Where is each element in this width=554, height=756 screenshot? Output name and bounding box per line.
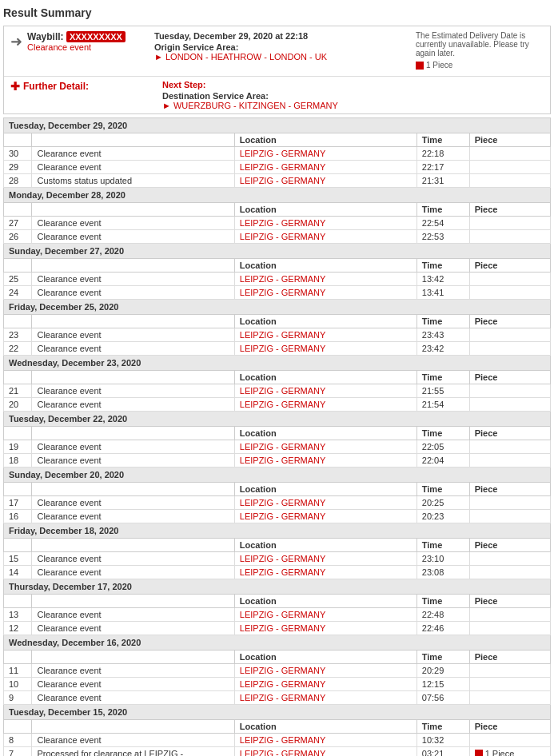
- row-piece: [469, 565, 550, 579]
- row-event: Clearance event: [32, 677, 234, 690]
- row-location: LEIPZIG - GERMANY: [234, 495, 416, 509]
- row-num: 15: [4, 551, 32, 565]
- row-num: 16: [4, 509, 32, 523]
- row-event: Clearance event: [32, 733, 234, 746]
- row-piece: [469, 440, 550, 453]
- col-header-row: LocationTimePiece: [4, 538, 551, 551]
- row-event: Clearance event: [32, 341, 234, 355]
- table-row: 17 Clearance event LEIPZIG - GERMANY 20:…: [4, 495, 551, 509]
- row-piece: [469, 733, 550, 746]
- row-piece: [469, 397, 550, 411]
- waybill-number: XXXXXXXXX: [66, 31, 126, 42]
- col-header-row: LocationTimePiece: [4, 482, 551, 495]
- red-cross-icon: ✚: [10, 80, 20, 93]
- row-num: 23: [4, 328, 32, 341]
- table-row: 9 Clearance event LEIPZIG - GERMANY 07:5…: [4, 690, 551, 704]
- row-piece: [469, 341, 550, 355]
- row-time: 03:21: [416, 746, 469, 756]
- row-location: LEIPZIG - GERMANY: [234, 690, 416, 704]
- row-num: 8: [4, 733, 32, 746]
- row-num: 20: [4, 397, 32, 411]
- table-row: 14 Clearance event LEIPZIG - GERMANY 23:…: [4, 565, 551, 579]
- row-event: Clearance event: [32, 607, 234, 621]
- table-row: 12 Clearance event LEIPZIG - GERMANY 22:…: [4, 621, 551, 635]
- waybill-label: Waybill:: [27, 31, 64, 42]
- row-time: 23:10: [416, 551, 469, 565]
- table-row: 24 Clearance event LEIPZIG - GERMANY 13:…: [4, 285, 551, 299]
- row-time: 21:55: [416, 384, 469, 397]
- table-row: 11 Clearance event LEIPZIG - GERMANY 20:…: [4, 663, 551, 677]
- row-num: 22: [4, 341, 32, 355]
- date-header-row: Sunday, December 27, 2020: [4, 243, 551, 258]
- row-num: 13: [4, 607, 32, 621]
- row-time: 22:48: [416, 607, 469, 621]
- row-time: 23:43: [416, 328, 469, 341]
- row-piece: [469, 146, 550, 160]
- row-event: Clearance event: [32, 160, 234, 173]
- col-header-row: LocationTimePiece: [4, 650, 551, 663]
- row-time: 22:18: [416, 146, 469, 160]
- row-time: 21:54: [416, 397, 469, 411]
- row-num: 25: [4, 272, 32, 285]
- row-location: LEIPZIG - GERMANY: [234, 397, 416, 411]
- row-piece: [469, 607, 550, 621]
- row-time: 20:23: [416, 509, 469, 523]
- table-row: 26 Clearance event LEIPZIG - GERMANY 22:…: [4, 229, 551, 243]
- table-row: 15 Clearance event LEIPZIG - GERMANY 23:…: [4, 551, 551, 565]
- table-row: 28 Customs status updated LEIPZIG - GERM…: [4, 173, 551, 187]
- row-event: Clearance event: [32, 509, 234, 523]
- row-time: 21:31: [416, 173, 469, 187]
- row-location: LEIPZIG - GERMANY: [234, 509, 416, 523]
- col-header-row: LocationTimePiece: [4, 426, 551, 440]
- date-header-row: Tuesday, December 15, 2020: [4, 704, 551, 719]
- origin-value[interactable]: ► LONDON - HEATHROW - LONDON - UK: [154, 52, 408, 62]
- row-location: LEIPZIG - GERMANY: [234, 621, 416, 635]
- row-location: LEIPZIG - GERMANY: [234, 160, 416, 173]
- table-row: 25 Clearance event LEIPZIG - GERMANY 13:…: [4, 272, 551, 285]
- row-event: Clearance event: [32, 621, 234, 635]
- row-time: 12:15: [416, 677, 469, 690]
- row-event: Clearance event: [32, 440, 234, 453]
- row-location: LEIPZIG - GERMANY: [234, 746, 416, 756]
- row-piece: [469, 621, 550, 635]
- row-event: Clearance event: [32, 272, 234, 285]
- table-row: 7 Processed for clearance at LEIPZIG - G…: [4, 746, 551, 756]
- table-row: 20 Clearance event LEIPZIG - GERMANY 21:…: [4, 397, 551, 411]
- table-row: 21 Clearance event LEIPZIG - GERMANY 21:…: [4, 384, 551, 397]
- row-num: 30: [4, 146, 32, 160]
- row-time: 20:25: [416, 495, 469, 509]
- row-time: 13:42: [416, 272, 469, 285]
- row-num: 21: [4, 384, 32, 397]
- further-detail-label[interactable]: Further Detail:: [23, 81, 89, 92]
- date-line: Tuesday, December 29, 2020 at 22:18: [154, 31, 408, 41]
- row-piece: [469, 173, 550, 187]
- row-event: Clearance event: [32, 146, 234, 160]
- row-num: 7: [4, 746, 32, 756]
- row-time: 23:42: [416, 341, 469, 355]
- row-num: 29: [4, 160, 32, 173]
- row-event: Clearance event: [32, 551, 234, 565]
- tracking-table: Tuesday, December 29, 2020LocationTimePi…: [3, 117, 551, 757]
- date-header-row: Wednesday, December 23, 2020: [4, 355, 551, 370]
- piece-count: 1 Piece: [426, 61, 452, 70]
- row-num: 24: [4, 285, 32, 299]
- date-header-row: Friday, December 18, 2020: [4, 523, 551, 538]
- table-row: 13 Clearance event LEIPZIG - GERMANY 22:…: [4, 607, 551, 621]
- row-time: 22:04: [416, 453, 469, 467]
- col-header-row: LocationTimePiece: [4, 258, 551, 272]
- row-piece: [469, 384, 550, 397]
- table-row: 16 Clearance event LEIPZIG - GERMANY 20:…: [4, 509, 551, 523]
- row-num: 17: [4, 495, 32, 509]
- row-location: LEIPZIG - GERMANY: [234, 607, 416, 621]
- row-event: Clearance event: [32, 229, 234, 243]
- col-header-row: LocationTimePiece: [4, 133, 551, 146]
- row-location: LEIPZIG - GERMANY: [234, 440, 416, 453]
- estimated-delivery-text: The Estimated Delivery Date is currently…: [416, 31, 544, 58]
- col-header-row: LocationTimePiece: [4, 314, 551, 328]
- row-location: LEIPZIG - GERMANY: [234, 229, 416, 243]
- row-piece: [469, 216, 550, 229]
- destination-value[interactable]: ► WUERZBURG - KITZINGEN - GERMANY: [162, 101, 544, 110]
- row-time: 23:08: [416, 565, 469, 579]
- row-location: LEIPZIG - GERMANY: [234, 384, 416, 397]
- date-header-row: Thursday, December 17, 2020: [4, 579, 551, 594]
